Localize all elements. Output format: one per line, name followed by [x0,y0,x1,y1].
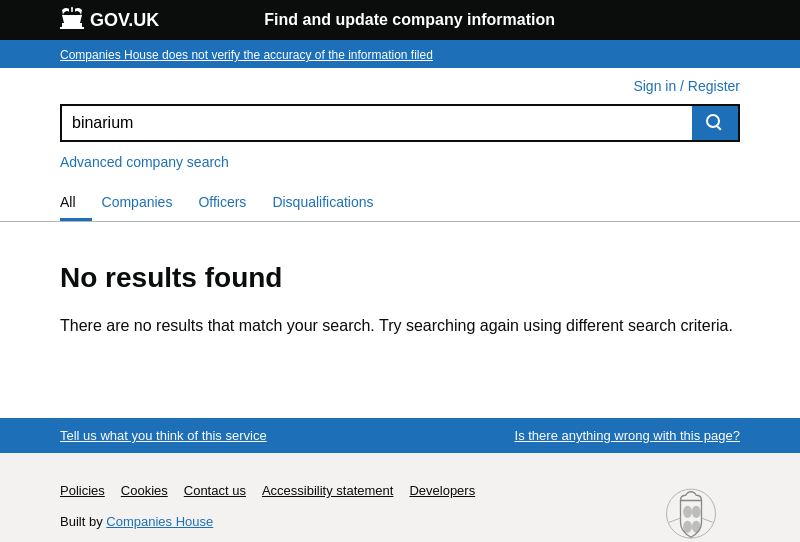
footer-link-developers[interactable]: Developers [409,483,475,498]
advanced-search-container: Advanced company search [0,154,800,170]
search-input[interactable] [62,106,692,140]
footer-link-contact[interactable]: Contact us [184,483,246,498]
sign-in-row: Sign in / Register [0,68,800,104]
footer-crown: © Crown copyright [641,483,740,542]
tab-officers[interactable]: Officers [198,186,262,221]
info-banner-link[interactable]: Companies House does not verify the accu… [60,48,433,62]
no-results-heading: No results found [60,262,740,294]
tabs-container: All Companies Officers Disqualifications [0,186,800,222]
svg-point-4 [691,506,700,518]
built-by-prefix: Built by [60,514,103,529]
feedback-link-right[interactable]: Is there anything wrong with this page? [515,428,740,443]
tab-companies[interactable]: Companies [102,186,189,221]
svg-point-6 [691,521,700,533]
svg-rect-1 [62,23,82,27]
results-container: No results found There are no results th… [0,242,800,358]
gov-logo-text: GOV.UK [90,10,159,31]
search-icon [705,113,725,133]
header-title: Find and update company information [264,11,555,29]
site-footer: Policies Cookies Contact us Accessibilit… [0,453,800,542]
footer-links: Policies Cookies Contact us Accessibilit… [60,483,475,529]
svg-point-5 [683,521,692,533]
info-banner: Companies House does not verify the accu… [0,40,800,68]
svg-point-0 [71,7,73,9]
svg-point-3 [683,506,692,518]
gov-logo-link[interactable]: GOV.UK [60,7,159,34]
footer-links-row: Policies Cookies Contact us Accessibilit… [60,483,475,498]
companies-house-link[interactable]: Companies House [106,514,213,529]
footer-link-policies[interactable]: Policies [60,483,105,498]
crown-icon [60,7,84,34]
crown-emblem-icon [656,483,726,542]
tab-disqualifications[interactable]: Disqualifications [272,186,389,221]
footer-built-by: Built by Companies House [60,514,475,529]
feedback-banner: Tell us what you think of this service I… [0,418,800,453]
no-results-text: There are no results that match your sea… [60,314,740,338]
feedback-link-left[interactable]: Tell us what you think of this service [60,428,267,443]
tab-all[interactable]: All [60,186,92,221]
svg-line-8 [701,518,712,522]
site-header: GOV.UK Find and update company informati… [0,0,800,40]
footer-link-accessibility[interactable]: Accessibility statement [262,483,394,498]
search-button[interactable] [692,106,738,140]
search-box [60,104,740,142]
search-container [0,104,800,142]
footer-link-cookies[interactable]: Cookies [121,483,168,498]
svg-line-7 [669,518,680,522]
advanced-search-link[interactable]: Advanced company search [60,154,229,170]
sign-in-link[interactable]: Sign in / Register [633,78,740,94]
